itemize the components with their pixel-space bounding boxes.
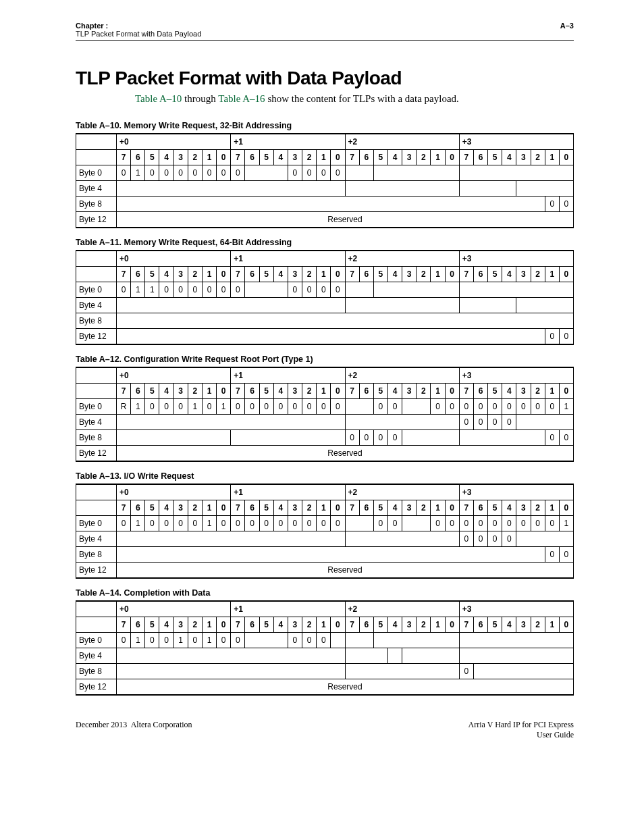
xref-table-a16[interactable]: Table A–16: [218, 93, 265, 104]
page-footer: December 2013 Altera Corporation Arria V…: [76, 720, 574, 740]
table-a13: +0+1+2+3 76543210 76543210 76543210 7654…: [76, 484, 574, 579]
table-row: Byte 4: [76, 298, 574, 313]
table-row: Byte 8 00: [76, 547, 574, 563]
caption-a14: Table A–14. Completion with Data: [76, 588, 574, 598]
page-header: Chapter : TLP Packet Format with Data Pa…: [76, 22, 574, 41]
table-row: Byte 12 Reserved: [76, 563, 574, 579]
table-row: 76543210 76543210 76543210 76543210: [76, 267, 574, 282]
footer-right-2: User Guide: [468, 730, 574, 740]
table-row: Byte 0 01000000 00000: [76, 165, 574, 181]
table-a14: +0+1+2+3 76543210 76543210 76543210 7654…: [76, 600, 574, 696]
table-row: 76543210 76543210 76543210 76543210: [76, 384, 574, 399]
table-row: Byte 12 Reserved: [76, 446, 574, 462]
xref-table-a10[interactable]: Table A–10: [135, 93, 182, 104]
caption-a12: Table A–12. Configuration Write Request …: [76, 355, 574, 364]
chapter-label: Chapter :: [76, 22, 201, 30]
table-row: 76543210 76543210 76543210 76543210: [76, 150, 574, 165]
table-row: Byte 12 Reserved: [76, 679, 574, 696]
caption-a13: Table A–13. I/O Write Request: [76, 471, 574, 481]
table-row: Byte 12 Reserved: [76, 212, 574, 228]
footer-right-1: Arria V Hard IP for PCI Express: [468, 720, 574, 730]
table-row: Byte 0 R1000101 00000000 0000 00000001: [76, 399, 574, 415]
table-row: Byte 0 01100000 00000: [76, 282, 574, 298]
table-row: Byte 4 0000: [76, 531, 574, 547]
intro-text: Table A–10 through Table A–16 show the c…: [135, 93, 574, 105]
table-row: Byte 8 0: [76, 664, 574, 679]
table-row: +0+1+2+3: [76, 251, 574, 267]
table-row: Byte 4: [76, 648, 574, 664]
table-row: +0+1+2+3: [76, 367, 574, 384]
table-row: Byte 12 00: [76, 329, 574, 345]
page-number: A–3: [560, 22, 574, 30]
table-a11: +0+1+2+3 76543210 76543210 76543210 7654…: [76, 250, 574, 345]
table-row: Byte 8 00: [76, 197, 574, 212]
table-row: +0+1+2+3: [76, 484, 574, 500]
table-a12: +0+1+2+3 76543210 76543210 76543210 7654…: [76, 367, 574, 462]
table-row: +0 +1 +2 +3: [76, 134, 574, 150]
table-row: +0+1+2+3: [76, 601, 574, 617]
table-a10: +0 +1 +2 +3 76543210 76543210 76543210 7…: [76, 133, 574, 228]
table-row: 76543210 76543210 76543210 76543210: [76, 500, 574, 516]
chapter-sub: TLP Packet Format with Data Payload: [76, 30, 201, 38]
footer-left: December 2013 Altera Corporation: [76, 720, 192, 730]
caption-a11: Table A–11. Memory Write Request, 64-Bit…: [76, 238, 574, 247]
table-row: Byte 8 0000 00: [76, 430, 574, 446]
table-row: Byte 4 0000: [76, 415, 574, 430]
table-row: Byte 8: [76, 313, 574, 329]
table-row: Byte 4: [76, 181, 574, 197]
table-row: 76543210 76543210 76543210 76543210: [76, 617, 574, 633]
caption-a10: Table A–10. Memory Write Request, 32-Bit…: [76, 121, 574, 130]
table-row: Byte 0 01001010 0000: [76, 633, 574, 648]
page-title: TLP Packet Format with Data Payload: [76, 68, 574, 89]
table-row: Byte 0 01000010 00000000 0000 00000001: [76, 516, 574, 531]
